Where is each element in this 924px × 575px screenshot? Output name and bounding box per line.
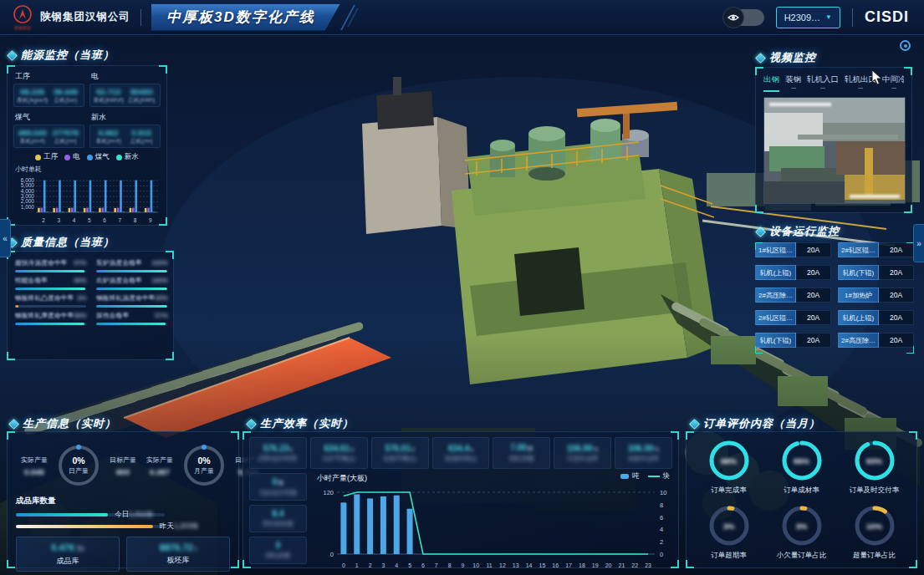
efficiency-stat-value: 634.61s <box>324 444 355 453</box>
device-label: 轧机(上辊) <box>838 310 879 325</box>
efficiency-side-card: 0待轧块数 <box>249 537 307 564</box>
order-donut-label: 小欠量订单占比 <box>777 551 827 561</box>
daily-production-group: 实际产量 0.045 0% 日产量 目标产量 900 <box>16 443 141 488</box>
inventory-bar-value: 1,203块 <box>174 522 199 530</box>
svg-text:8: 8 <box>448 562 452 568</box>
svg-text:13: 13 <box>513 562 519 568</box>
warehouse-cards: 0.476万t成品库8876.72t板坯库 <box>16 537 230 572</box>
video-tab-4[interactable]: 中间冷 <box>882 74 904 92</box>
tab-underline-dash <box>791 88 796 89</box>
batch-select-dropdown[interactable]: H2309… ▼ <box>776 7 840 28</box>
device-item[interactable]: 轧机(下辊)20A <box>838 265 914 280</box>
energy-group-name: 新水 <box>91 112 161 123</box>
hour-bar <box>407 509 413 554</box>
dashboard-root: 陕钢集团 陕钢集团汉钢公司 中厚板3D数字化产线 H2309… ▼ <box>0 0 924 575</box>
inventory-bar-value: 1,011块 <box>129 510 153 518</box>
device-value: 20A <box>879 265 914 280</box>
quality-item-value: 100% <box>151 259 167 267</box>
diamond-icon <box>8 419 19 430</box>
legend-dot-icon <box>87 155 93 160</box>
energy-group: 煤气486.040单耗(m³/t)277578总耗(m³) <box>13 112 84 148</box>
corner-decoration <box>159 65 167 74</box>
efficiency-stat-value: 106.00% <box>567 444 599 453</box>
camera-timestamp-overlay <box>850 195 900 198</box>
daily-production-gauge: 0% 日产量 <box>56 443 101 488</box>
svg-text:16: 16 <box>552 562 559 568</box>
top-bar-actions: H2309… ▼ CISDI <box>724 7 924 28</box>
order-donut: 10% <box>853 504 896 547</box>
monthly-production-gauge: 0% 月产量 <box>181 443 227 488</box>
orders-panel: 98%订单完成率95%订单成材率93%订单及时交付率3%订单超期率3%小欠量订单… <box>686 431 917 568</box>
quality-item-value: 99% <box>74 277 86 284</box>
svg-text:11: 11 <box>486 562 492 568</box>
svg-text:1,000: 1,000 <box>21 204 35 210</box>
corner-decoration <box>7 65 15 74</box>
energy-group-card: 6.662单耗(m³/t)0.915总耗(m³) <box>89 125 161 148</box>
quality-progress-track <box>15 305 86 308</box>
efficiency-panel-title: 生产效率（实时） <box>248 416 354 431</box>
video-feed[interactable] <box>763 97 906 204</box>
device-value: 20A <box>879 310 914 325</box>
device-item[interactable]: 2#轧区辊…20A <box>838 242 914 257</box>
device-item[interactable]: 轧机(上辊)20A <box>838 310 914 325</box>
quality-item-top: 性能合格率99% <box>15 276 86 285</box>
video-tab-2[interactable]: 轧机入口 <box>807 74 839 92</box>
device-item[interactable]: 轧机(上辊)20A <box>755 265 831 280</box>
efficiency-stat-label: 出炉节奏(s) <box>323 455 355 463</box>
svg-text:6: 6 <box>421 562 425 568</box>
legend-label: 工序 <box>43 152 58 162</box>
order-donut-value: 3% <box>707 504 751 547</box>
inventory-bar-text: 昨天1,203块 <box>160 522 199 532</box>
divider <box>852 8 853 27</box>
viewport-control-icon[interactable] <box>900 40 911 51</box>
visibility-toggle[interactable] <box>724 9 764 26</box>
left-collapse-tab[interactable]: « <box>0 219 11 257</box>
video-tab-1[interactable]: 装钢 <box>785 74 801 92</box>
device-label: 2#高压除… <box>755 288 796 303</box>
order-donut: 95% <box>780 439 824 482</box>
device-item[interactable]: 轧机(下辊)20A <box>755 333 831 348</box>
devices-grid: 1#轧区辊…20A2#轧区辊…20A轧机(上辊)20A轧机(下辊)20A2#高压… <box>755 242 914 354</box>
quality-item: 钢板终轧温度命中率99% <box>96 293 167 308</box>
video-tab-0[interactable]: 出钢 <box>763 74 779 92</box>
corner-decoration <box>159 217 167 226</box>
inventory-bar: 昨天1,203块 <box>16 522 230 532</box>
device-value: 20A <box>796 288 831 303</box>
device-item[interactable]: 2#轧区辊…20A <box>755 310 831 325</box>
svg-text:10: 10 <box>472 562 479 568</box>
page-title-plate: 中厚板3D数字化产线 <box>151 4 340 31</box>
hour-bar <box>340 502 346 554</box>
device-item[interactable]: 2#高压除…20A <box>755 288 831 303</box>
quality-item-top: 钢板终轧温度命中率99% <box>96 293 167 303</box>
energy-metric-unit: 总耗(m³) <box>125 137 159 145</box>
quality-item-top: 出炉温度合格率100% <box>96 276 167 285</box>
line-swatch-icon <box>648 476 660 477</box>
production-panel: 实际产量 0.045 0% 日产量 目标产量 900 实际产量 0.38 <box>7 431 239 568</box>
order-donut-label: 超量订单占比 <box>853 551 896 561</box>
efficiency-side-value: 0 <box>276 541 281 550</box>
quality-panel-title: 质量信息（当班） <box>8 235 115 250</box>
device-item[interactable]: 1#加热炉20A <box>838 288 914 303</box>
device-value: 20A <box>796 333 831 348</box>
video-tab-3[interactable]: 轧机出口 <box>845 74 876 92</box>
device-item[interactable]: 2#高压除…20A <box>838 333 914 348</box>
warehouse-card: 8876.72t板坯库 <box>126 537 230 572</box>
svg-text:7: 7 <box>435 562 438 568</box>
quality-item-label: 探伤合格率 <box>96 311 129 320</box>
device-label: 轧机(下辊) <box>838 265 879 280</box>
warehouse-label: 成品库 <box>57 556 79 567</box>
warehouse-label: 板坯库 <box>167 555 190 566</box>
quality-item-label: 出炉温度合格率 <box>96 276 142 285</box>
energy-panel-title: 能源监控（当班） <box>8 48 115 63</box>
quality-progress-fill <box>96 323 166 325</box>
svg-text:3: 3 <box>381 562 385 568</box>
right-collapse-tab[interactable]: » <box>913 224 924 262</box>
svg-text:6: 6 <box>660 514 663 522</box>
efficiency-side-value: 0块 <box>273 477 284 487</box>
video-camera-tabs: 出钢装钢轧机入口轧机出口中间冷电动粗 <box>763 74 904 92</box>
hourly-output-chart: 1200024681001234567891011121314151617181… <box>314 484 675 572</box>
hourly-output-chart-zone: 吨块 小时产量(大板) 1200024681001234567891011121… <box>307 473 675 572</box>
camera-label-overlay <box>769 103 831 106</box>
energy-chart-ylabel: 小时单耗 <box>15 165 161 174</box>
device-item[interactable]: 1#轧区辊…20A <box>755 242 831 257</box>
